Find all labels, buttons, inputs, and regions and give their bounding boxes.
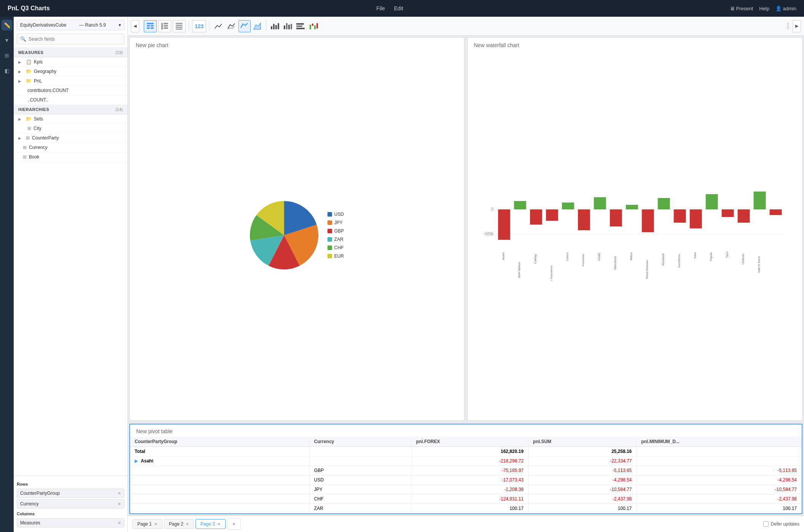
page-2-tab[interactable]: Page 2 ✕: [164, 519, 194, 529]
svg-rect-34: [514, 201, 526, 209]
chevron-down-icon: ▾: [119, 22, 121, 28]
field-counterparty[interactable]: ▶ ⊞ CounterParty: [14, 133, 127, 143]
remove-row-currency[interactable]: ✕: [118, 502, 121, 507]
pivot-table-panel: New pivot table CounterPartyGroup Curren…: [129, 424, 802, 514]
usd-forex: -17,073.43: [412, 475, 529, 485]
field-geography[interactable]: ▶ 📁 Geography: [14, 67, 127, 76]
col-min: pnl.MINIMUM_D...: [637, 437, 802, 447]
table-view2-button[interactable]: [158, 20, 171, 32]
svg-rect-50: [770, 209, 782, 215]
field-kpis[interactable]: ▶ 📋 Kpis: [14, 57, 127, 67]
field-count2[interactable]: ..COUNT..: [14, 95, 127, 105]
expand-icon: ▶: [18, 60, 21, 64]
field-city[interactable]: ⊞ City: [14, 124, 127, 133]
svg-text:Mitsui: Mitsui: [629, 252, 633, 260]
svg-rect-4: [151, 27, 154, 29]
svg-text:Cathay: Cathay: [534, 254, 537, 264]
pivot-table-title: New pivot table: [130, 424, 802, 437]
bar-chart-3-button[interactable]: [294, 20, 307, 32]
present-action[interactable]: 🖥 Present: [730, 6, 753, 11]
nav-next-button[interactable]: ▶: [793, 20, 801, 32]
table-view3-button[interactable]: [173, 20, 186, 32]
line-chart-4-button[interactable]: [251, 20, 264, 32]
svg-rect-0: [147, 23, 154, 24]
svg-text:HSBC: HSBC: [597, 252, 601, 260]
svg-rect-48: [738, 209, 750, 223]
asahi-expand-icon[interactable]: ▶: [135, 458, 138, 464]
legend-zar: ZAR: [327, 237, 344, 242]
page-2-close[interactable]: ✕: [186, 522, 189, 527]
hierarchies-section-header[interactable]: HIERARCHIES (14): [14, 105, 127, 114]
jpy-counterparty: [130, 485, 309, 494]
nav-prev-button[interactable]: ◀: [131, 20, 139, 32]
svg-text:Vale R Doce: Vale R Doce: [757, 256, 761, 273]
help-action[interactable]: Help: [759, 6, 769, 11]
bar-chart-2-button[interactable]: [281, 20, 294, 32]
svg-rect-2: [151, 25, 154, 27]
line-chart-1-button[interactable]: [213, 20, 225, 32]
app-title: PnL Q3 Charts: [8, 5, 50, 12]
svg-text:Asahi: Asahi: [502, 252, 505, 260]
total-currency: [309, 447, 411, 456]
page-3-close[interactable]: ✕: [217, 522, 221, 527]
page-1-close[interactable]: ✕: [154, 522, 157, 527]
measures-title: MEASURES: [18, 50, 43, 55]
charts-top-row: New pie chart: [128, 36, 804, 422]
zar-counterparty: [130, 504, 309, 513]
defer-updates-checkbox[interactable]: [763, 521, 769, 527]
svg-rect-42: [642, 209, 654, 232]
expand-icon: ▶: [18, 136, 21, 140]
svg-rect-22: [296, 28, 305, 29]
bar-chart-1-icon: [270, 22, 279, 30]
toolbar-nav: ◀: [131, 20, 139, 32]
pivot-header-row: CounterPartyGroup Currency pnl.FOREX pnl…: [130, 437, 802, 447]
hierarchy-icon: ⊞: [23, 145, 27, 150]
svg-text:Reed Elsevier: Reed Elsevier: [645, 260, 649, 279]
bar-chart-1-button[interactable]: [269, 20, 281, 32]
pivot-table-wrap: CounterPartyGroup Currency pnl.FOREX pnl…: [130, 437, 802, 513]
svg-rect-10: [176, 25, 183, 26]
line-chart-2-button[interactable]: [226, 20, 238, 32]
field-currency[interactable]: ⊞ Currency: [14, 143, 127, 152]
add-page-button[interactable]: ＋: [227, 518, 241, 530]
cube-name: EquityDerivativesCube: [20, 22, 66, 28]
user-action[interactable]: 👤 admin: [775, 6, 796, 11]
svg-rect-11: [176, 27, 183, 28]
more-button[interactable]: ⋮: [785, 22, 791, 30]
pie-legend: USD JPY GBP: [327, 212, 344, 259]
remove-col-measures[interactable]: ✕: [118, 521, 121, 526]
svg-rect-20: [288, 25, 290, 29]
page-3-tab[interactable]: Page 3 ✕: [195, 519, 226, 529]
line-chart-3-button[interactable]: [238, 20, 251, 32]
waterfall-chart-content: 0 −500k: [468, 50, 802, 420]
table-view-button[interactable]: [144, 20, 157, 32]
line-chart-4-icon: [253, 22, 262, 30]
toolbar-sep-3: [266, 20, 266, 31]
number-format-button[interactable]: 123: [192, 20, 206, 32]
page-1-tab[interactable]: Page 1 ✕: [132, 519, 162, 529]
nav-edit[interactable]: Edit: [394, 5, 403, 11]
chf-min: -2,437.98: [637, 494, 802, 504]
measures-section-header[interactable]: MEASURES (19): [14, 48, 127, 57]
fields-icon[interactable]: ⊞: [2, 50, 12, 61]
hierarchy-icon: ⊞: [26, 135, 30, 141]
waterfall-chart-button[interactable]: [307, 20, 319, 32]
layers-icon[interactable]: ◧: [2, 65, 12, 76]
field-contributors-count[interactable]: contributors.COUNT: [14, 86, 127, 95]
edit-icon[interactable]: ✏️: [2, 20, 12, 30]
pivot-asahi-row[interactable]: ▶ Asahi -218,298.72 -22,334.77: [130, 456, 802, 466]
main-layout: ✏️ ▼ ⊞ ◧ EquityDerivativesCube — Ranch 5…: [0, 17, 804, 532]
nav-file[interactable]: File: [376, 5, 385, 11]
jpy-sum: -10,584.77: [528, 485, 636, 494]
field-pnl[interactable]: ▶ 📁 PnL: [14, 76, 127, 86]
topbar-nav: File Edit: [376, 5, 403, 11]
field-sets[interactable]: ▶ 📁 Sets: [14, 114, 127, 124]
search-input[interactable]: [29, 36, 121, 42]
jpy-dot: [327, 220, 332, 225]
svg-rect-47: [722, 209, 734, 217]
cube-selector[interactable]: EquityDerivativesCube — Ranch 5.9 ▾: [17, 20, 124, 30]
filter-icon[interactable]: ▼: [2, 35, 12, 46]
remove-row-counterpartygroup[interactable]: ✕: [118, 491, 121, 496]
field-book[interactable]: ⊞ Book: [14, 152, 127, 162]
waterfall-chart-title: New waterfall chart: [468, 38, 802, 50]
